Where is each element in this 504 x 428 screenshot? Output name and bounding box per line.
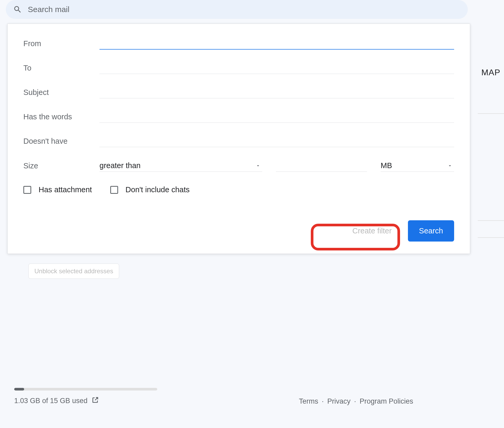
from-label: From — [23, 39, 99, 50]
dont-include-chats-checkbox[interactable]: Don't include chats — [110, 185, 190, 194]
from-input[interactable] — [99, 38, 454, 50]
open-external-icon[interactable] — [92, 396, 99, 405]
doesnt-have-label: Doesn't have — [23, 137, 99, 147]
filter-actions: Create filter Search — [341, 220, 454, 242]
has-words-input[interactable] — [99, 111, 454, 123]
doesnt-have-input[interactable] — [99, 135, 454, 147]
has-attachment-label: Has attachment — [39, 185, 92, 194]
storage-used-text: 1.03 GB of 15 GB used — [14, 397, 87, 405]
size-comparator-value: greater than — [99, 161, 140, 170]
search-input[interactable] — [27, 5, 460, 14]
storage-bar-fill — [14, 388, 24, 390]
terms-link[interactable]: Terms — [299, 397, 318, 405]
footer: 1.03 GB of 15 GB used Terms · Privacy · … — [14, 388, 492, 405]
size-label: Size — [23, 162, 99, 172]
unblock-selected-button[interactable]: Unblock selected addresses — [28, 264, 119, 279]
storage-bar — [14, 388, 157, 390]
search-button[interactable]: Search — [408, 220, 454, 242]
checkbox-box-icon — [110, 186, 118, 194]
footer-links: Terms · Privacy · Program Policies — [299, 397, 413, 405]
caret-down-icon — [255, 163, 261, 168]
has-attachment-checkbox[interactable]: Has attachment — [23, 185, 92, 194]
search-icon[interactable] — [13, 5, 22, 14]
search-bar[interactable] — [6, 0, 468, 19]
subject-input[interactable] — [99, 87, 454, 98]
privacy-link[interactable]: Privacy — [327, 397, 351, 405]
program-policies-link[interactable]: Program Policies — [360, 397, 413, 405]
caret-down-icon — [447, 163, 453, 168]
checkbox-box-icon — [23, 186, 31, 194]
size-unit-select[interactable]: MB — [381, 160, 454, 172]
size-value-input[interactable] — [276, 160, 367, 172]
subject-label: Subject — [23, 88, 99, 98]
dont-include-chats-label: Don't include chats — [125, 185, 190, 194]
size-unit-value: MB — [381, 161, 392, 170]
size-comparator-select[interactable]: greater than — [99, 160, 262, 172]
has-words-label: Has the words — [23, 113, 99, 123]
to-input[interactable] — [99, 62, 454, 74]
background-tab-text: MAP — [481, 68, 500, 77]
create-filter-button[interactable]: Create filter — [341, 221, 403, 241]
to-label: To — [23, 64, 99, 74]
advanced-search-panel: From To Subject Has the words Doesn't ha… — [7, 24, 470, 254]
